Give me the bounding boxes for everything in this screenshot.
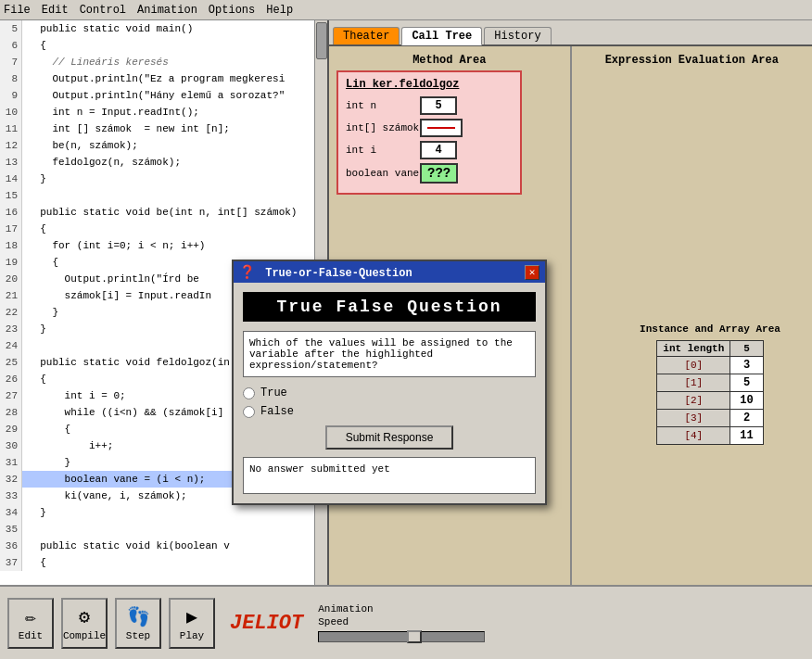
line-number: 30 — [0, 437, 22, 454]
line-number: 35 — [0, 521, 22, 538]
tab-theater[interactable]: Theater — [333, 27, 400, 44]
dialog-body: True False Question Which of the values … — [234, 283, 545, 503]
line-code: } — [22, 504, 46, 521]
array-table: int length 5 [0]3[1]5[2]10[3]2[4]11 — [656, 340, 763, 445]
line-code: { — [22, 554, 46, 571]
line-number: 16 — [0, 204, 22, 221]
array-index: [1] — [657, 374, 730, 391]
line-code: { — [22, 37, 46, 54]
line-number: 36 — [0, 538, 22, 554]
menu-file[interactable]: File — [4, 4, 31, 17]
radio-false[interactable] — [243, 406, 255, 418]
dialog-close-button[interactable]: ✕ — [525, 265, 539, 280]
line-code: public static void be(int n, int[] számo… — [22, 204, 297, 221]
array-value: 11 — [730, 426, 763, 444]
array-value: 10 — [730, 391, 763, 409]
step-icon: 👣 — [127, 605, 150, 628]
array-index: [0] — [657, 356, 730, 374]
play-icon: ▶ — [186, 605, 197, 628]
play-button[interactable]: ▶ Play — [169, 598, 215, 649]
line-code: for (int i=0; i < n; i++) — [22, 237, 205, 254]
line-number: 26 — [0, 371, 22, 387]
menu-edit[interactable]: Edit — [42, 4, 69, 17]
edit-label: Edit — [19, 630, 43, 641]
array-row: [2]10 — [657, 391, 763, 409]
compile-button[interactable]: ⚙️ Compile — [61, 598, 108, 649]
array-row: [4]11 — [657, 426, 763, 444]
menu-control[interactable]: Control — [80, 4, 126, 17]
line-code: { — [22, 221, 46, 237]
instance-label: Instance and Array Area — [615, 323, 805, 335]
line-code: Output.println("Ez a program megkeresi — [22, 70, 285, 87]
menu-options[interactable]: Options — [209, 4, 255, 17]
radio-true[interactable] — [243, 387, 255, 399]
line-number: 29 — [0, 421, 22, 437]
array-header-length: 5 — [730, 340, 763, 356]
line-code: int i = 0; — [22, 387, 126, 404]
dialog[interactable]: ❓ True-or-False-Question ✕ True False Qu… — [232, 260, 547, 505]
dialog-icon: ❓ — [239, 265, 255, 280]
animation-speed: Animation Speed — [318, 603, 485, 642]
line-code: } — [22, 321, 46, 337]
tab-history[interactable]: History — [484, 27, 551, 44]
var-label-n: int n — [346, 100, 420, 111]
line-number: 24 — [0, 337, 22, 354]
compile-icon: ⚙️ — [79, 605, 90, 628]
speed-thumb[interactable] — [407, 630, 422, 643]
line-number: 33 — [0, 488, 22, 504]
line-code: számok[i] = Input.readIn — [22, 287, 211, 304]
edit-button[interactable]: ✏️ Edit — [7, 598, 54, 649]
tab-bar: Theater Call Tree History — [329, 20, 812, 46]
line-number: 23 — [0, 321, 22, 337]
line-code — [22, 521, 28, 538]
radio-true-label: True — [260, 387, 287, 399]
compile-label: Compile — [63, 630, 106, 641]
speed-track[interactable] — [318, 631, 485, 642]
line-code — [22, 337, 28, 354]
array-value: 2 — [730, 409, 763, 426]
var-box-n: 5 — [420, 96, 457, 115]
array-row: [1]5 — [657, 374, 763, 391]
line-number: 34 — [0, 504, 22, 521]
dialog-titlebar: ❓ True-or-False-Question ✕ — [234, 261, 545, 283]
radio-false-row: False — [243, 405, 536, 418]
line-number: 8 — [0, 70, 22, 87]
array-row: [3]2 — [657, 409, 763, 426]
line-code: be(n, számok); — [22, 137, 138, 154]
line-code: { — [22, 254, 58, 271]
ref-arrow — [427, 127, 455, 129]
line-number: 6 — [0, 37, 22, 54]
line-number: 5 — [0, 20, 22, 37]
var-row-i: int i 4 — [346, 141, 513, 159]
line-code — [22, 187, 28, 204]
line-code: int [] számok = new int [n]; — [22, 120, 230, 137]
array-header-type: int length — [657, 340, 730, 356]
menu-help[interactable]: Help — [266, 4, 293, 17]
line-number: 21 — [0, 287, 22, 304]
line-number: 28 — [0, 404, 22, 421]
method-frame: Lin_ker.feldolgoz int n 5 int[] számok i… — [336, 70, 522, 195]
line-number: 19 — [0, 254, 22, 271]
dialog-question: Which of the values will be assigned to … — [243, 331, 536, 377]
line-code: ki(vane, i, számok); — [22, 488, 187, 504]
toolbar: ✏️ Edit ⚙️ Compile 👣 Step ▶ Play JELIOT … — [0, 585, 812, 659]
frame-title: Lin_ker.feldolgoz — [346, 78, 513, 91]
menu-animation[interactable]: Animation — [137, 4, 197, 17]
step-button[interactable]: 👣 Step — [115, 598, 161, 649]
scrollbar-thumb[interactable] — [316, 22, 327, 59]
line-number: 22 — [0, 304, 22, 321]
play-label: Play — [180, 630, 204, 641]
edit-icon: ✏️ — [25, 605, 36, 628]
line-number: 18 — [0, 237, 22, 254]
line-number: 27 — [0, 387, 22, 404]
array-row: [0]3 — [657, 356, 763, 374]
var-row-szamok: int[] számok — [346, 119, 513, 137]
line-number: 11 — [0, 120, 22, 137]
radio-false-label: False — [260, 405, 294, 418]
radio-true-row: True — [243, 387, 536, 399]
step-label: Step — [126, 630, 150, 641]
submit-button[interactable]: Submit Response — [325, 425, 454, 450]
tab-calltree[interactable]: Call Tree — [401, 27, 482, 45]
line-number: 12 — [0, 137, 22, 154]
expression-area-label: Expression Evaluation Area — [579, 54, 806, 67]
